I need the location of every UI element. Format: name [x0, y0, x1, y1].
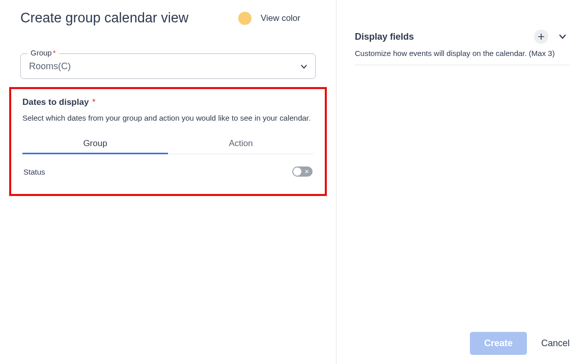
dates-tabs: Group Action — [22, 133, 314, 154]
status-toggle[interactable]: ✕ — [292, 166, 313, 177]
display-fields-title: Display fields — [355, 32, 414, 42]
plus-icon — [537, 33, 545, 41]
group-field: Group* Rooms(C) — [20, 53, 316, 79]
dates-to-display-section: Dates to display * Select which dates fr… — [9, 87, 327, 196]
x-icon: ✕ — [304, 169, 309, 175]
group-select[interactable]: Rooms(C) — [20, 53, 316, 79]
dates-section-title: Dates to display * — [22, 97, 314, 107]
tab-action[interactable]: Action — [168, 133, 314, 154]
page-title: Create group calendar view — [20, 10, 188, 26]
cancel-button[interactable]: Cancel — [541, 338, 570, 349]
expand-display-fields-button[interactable] — [555, 30, 570, 44]
chevron-down-icon — [300, 63, 307, 70]
date-field-row: Status ✕ — [22, 163, 314, 180]
color-swatch-icon — [238, 12, 251, 25]
required-marker: * — [92, 97, 96, 107]
display-fields-description: Customize how events will display on the… — [355, 49, 570, 65]
chevron-down-icon — [558, 32, 567, 41]
view-color-label: View color — [261, 13, 300, 23]
tab-group[interactable]: Group — [22, 133, 168, 154]
toggle-knob — [293, 167, 301, 176]
view-color-selector[interactable]: View color — [238, 12, 300, 25]
group-field-label: Group* — [27, 48, 59, 57]
dates-section-description: Select which dates from your group and a… — [22, 114, 314, 122]
date-field-label: Status — [23, 167, 45, 176]
required-marker: * — [53, 48, 56, 57]
group-select-value: Rooms(C) — [29, 61, 71, 72]
create-button[interactable]: Create — [470, 332, 527, 355]
add-display-field-button[interactable] — [534, 30, 548, 44]
